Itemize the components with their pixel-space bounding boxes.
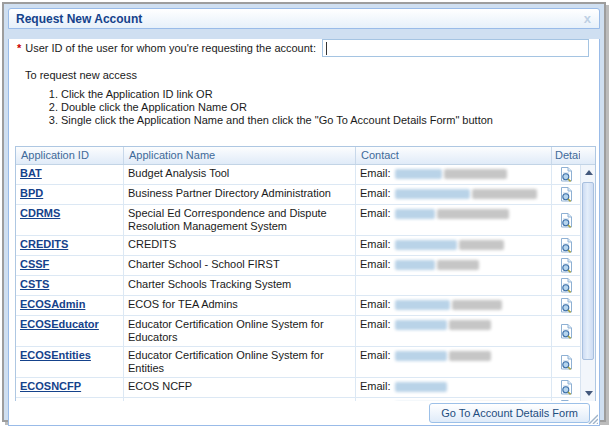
contact-cell: Email:: [356, 185, 552, 204]
application-name-cell[interactable]: Charter Schools Tracking System: [124, 276, 356, 295]
user-id-input[interactable]: [322, 39, 589, 57]
up-arrow-icon: [585, 170, 593, 175]
scroll-down-button[interactable]: [581, 386, 595, 401]
application-name-cell[interactable]: Charter School - School FIRST: [124, 256, 356, 275]
application-id-link[interactable]: CDRMS: [20, 207, 60, 219]
close-icon[interactable]: x: [583, 12, 592, 25]
instruction-steps: Click the Application ID link ORDouble c…: [61, 88, 599, 127]
email-label: Email:: [360, 298, 391, 310]
application-name-cell[interactable]: ECOS for TEA Admins: [124, 296, 356, 315]
view-details-icon[interactable]: [559, 187, 573, 202]
redacted-email-segment: [472, 189, 537, 199]
scrollbar-thumb[interactable]: [582, 182, 594, 360]
view-details-icon[interactable]: [559, 298, 573, 313]
redacted-email-segment: [395, 260, 435, 270]
contact-cell: Email:: [356, 347, 552, 377]
grid-viewport: BAT Budget Analysis Tool Email: BPD Busi…: [16, 165, 595, 401]
dialog-title: Request New Account: [16, 12, 583, 26]
redacted-email-segment: [459, 240, 504, 250]
table-row: CSSF Charter School - School FIRST Email…: [16, 256, 595, 276]
header-contact[interactable]: Contact: [356, 147, 552, 164]
email-label: Email:: [360, 349, 391, 361]
application-name-cell[interactable]: Educator Certification Online System for…: [124, 316, 356, 346]
header-details[interactable]: Details: [552, 147, 580, 164]
instruction-step: Click the Application ID link OR: [61, 88, 599, 101]
redacted-email-segment: [449, 351, 491, 361]
application-id-link[interactable]: ECOSEntities: [20, 349, 91, 361]
redacted-email-segment: [395, 209, 435, 219]
email-label: Email:: [360, 167, 391, 179]
table-row: CDRMS Special Ed Correspondence and Disp…: [16, 205, 595, 236]
resize-grip-icon[interactable]: [587, 413, 598, 424]
grid-header-row: Application ID Application Name Contact …: [16, 147, 595, 165]
view-details-icon[interactable]: [559, 355, 573, 370]
table-row: CSTS Charter Schools Tracking System: [16, 276, 595, 296]
email-label: Email:: [360, 400, 391, 401]
email-label: Email:: [360, 318, 391, 330]
application-name-cell[interactable]: ECOS NCFP: [124, 378, 356, 397]
email-label: Email:: [360, 258, 391, 270]
email-label: Email:: [360, 238, 391, 250]
application-id-link[interactable]: CSSF: [20, 258, 49, 270]
table-row: CREDITS CREDITS Email:: [16, 236, 595, 256]
view-details-icon[interactable]: [559, 278, 573, 293]
application-name-cell[interactable]: Budget Analysis Tool: [124, 165, 356, 184]
view-details-icon[interactable]: [559, 213, 573, 228]
redacted-email-segment: [395, 320, 447, 330]
view-details-icon[interactable]: [559, 238, 573, 253]
table-row: BPD Business Partner Directory Administr…: [16, 185, 595, 205]
table-row: BAT Budget Analysis Tool Email:: [16, 165, 595, 185]
table-row: ECOSEducator Educator Certification Onli…: [16, 316, 595, 347]
contact-cell: Email:: [356, 378, 552, 397]
redacted-email-segment: [444, 169, 507, 179]
contact-cell: Email:: [356, 205, 552, 235]
redacted-email-segment: [437, 260, 479, 270]
redacted-email-segment: [395, 351, 447, 361]
redacted-email-segment: [437, 209, 509, 219]
contact-cell: Email:: [356, 316, 552, 346]
application-id-link[interactable]: ECOSNCFP: [20, 380, 81, 392]
contact-cell: Email:: [356, 398, 552, 401]
view-details-icon[interactable]: [559, 167, 573, 182]
request-new-account-dialog: Request New Account x * User ID of the u…: [2, 2, 606, 422]
header-application-name[interactable]: Application Name: [124, 147, 356, 164]
contact-cell: [356, 276, 552, 295]
application-name-cell[interactable]: Educator Certification Online System for…: [124, 347, 356, 377]
application-id-link[interactable]: BAT: [20, 167, 42, 179]
application-name-cell[interactable]: Special Ed Correspondence and Dispute Re…: [124, 205, 356, 235]
table-row: ECOSAdmin ECOS for TEA Admins Email:: [16, 296, 595, 316]
redacted-email-segment: [395, 189, 470, 199]
go-to-account-details-form-button[interactable]: Go To Account Details Form: [429, 403, 590, 423]
contact-cell: Email:: [356, 165, 552, 184]
email-label: Email:: [360, 187, 391, 199]
application-name-cell[interactable]: Business Partner Directory Administratio…: [124, 185, 356, 204]
redacted-email-segment: [452, 300, 502, 310]
application-id-link[interactable]: CREDITS: [20, 238, 68, 250]
application-id-link[interactable]: CSTS: [20, 278, 49, 290]
vertical-scrollbar[interactable]: [580, 165, 595, 401]
application-id-link[interactable]: TE: [20, 400, 34, 401]
application-id-link[interactable]: ECOSAdmin: [20, 298, 85, 310]
view-details-icon[interactable]: [559, 380, 573, 395]
user-id-form-row: * User ID of the user for whom you're re…: [17, 39, 589, 57]
view-details-icon[interactable]: [559, 400, 573, 401]
view-details-icon[interactable]: [559, 258, 573, 273]
down-arrow-icon: [585, 391, 593, 396]
user-id-label: User ID of the user for whom you're requ…: [25, 42, 316, 54]
application-id-link[interactable]: ECOSEducator: [20, 318, 99, 330]
application-name-cell[interactable]: Time and Effort Reporting: [124, 398, 356, 401]
scroll-up-button[interactable]: [581, 165, 595, 180]
contact-cell: Email:: [356, 236, 552, 255]
header-application-id[interactable]: Application ID: [16, 147, 124, 164]
required-marker: *: [17, 42, 21, 54]
text-caret: [326, 42, 327, 55]
view-details-icon[interactable]: [559, 324, 573, 339]
instruction-step: Single click the Application Name and th…: [61, 114, 599, 127]
dialog-titlebar: Request New Account x: [8, 8, 600, 29]
application-id-link[interactable]: BPD: [20, 187, 43, 199]
contact-cell: Email:: [356, 256, 552, 275]
contact-cell: Email:: [356, 296, 552, 315]
table-row: ECOSEntities Educator Certification Onli…: [16, 347, 595, 378]
table-body: BAT Budget Analysis Tool Email: BPD Busi…: [16, 165, 595, 401]
application-name-cell[interactable]: CREDITS: [124, 236, 356, 255]
